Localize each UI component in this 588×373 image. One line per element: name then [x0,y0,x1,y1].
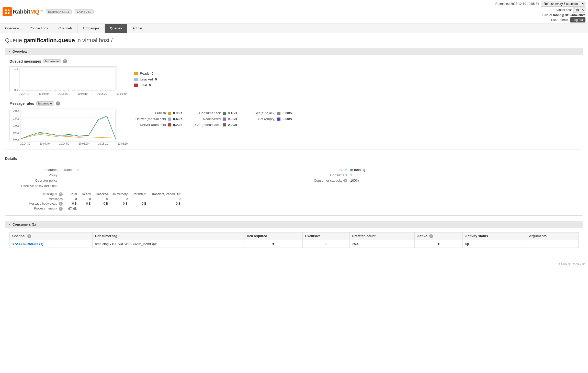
title-prefix: Queue [5,37,22,43]
queued-help-icon[interactable]: ? [63,59,67,63]
th-channel: Channel ? [10,232,93,240]
state-row: State running [299,167,579,172]
rates-chart-wrapper: 2.0 /s 1.5 /s 1.0 /s 0.5 /s 0.0 /s [9,109,128,145]
messages-help-icon[interactable]: ? [59,192,63,196]
title-suffix: in virtual host / [76,37,113,43]
cluster-label: Cluster [542,13,552,17]
rate-publish-label: Publish [135,111,166,115]
legend-ready-label: Ready [140,72,150,75]
messages-unacked: 0 [93,197,110,201]
consumer-capacity-value: 100% [350,179,359,182]
x-label-5: 10:05:30 [117,92,127,95]
last-minute-badge[interactable]: last minute [43,59,61,63]
watermark: CSDN @ZhangCurie [0,261,588,266]
rate-get-auto-ack-value: 0.00/s [282,111,292,115]
rate-get-empty-value: 0.00/s [282,117,292,121]
logout-button[interactable]: Log out [570,17,585,22]
process-memory-help[interactable]: ? [59,207,63,211]
refresh-row: Refreshed 2023-12-10 10:05:34 Refresh ev… [495,1,585,7]
rx-label-2: 10:04:50 [59,142,69,145]
rates-chart-svg: 2.0 /s 1.5 /s 1.0 /s 0.5 /s 0.0 /s [10,109,117,142]
ack-required-dot: ● [272,241,275,246]
process-memory-value: 67 kiB [66,206,79,211]
x-label-1: 10:04:50 [39,92,49,95]
overview-section-header[interactable]: ▼ Overview [5,48,583,55]
consumer-row-1: 172.17.0.1:58366 (1) amq.ctag-71uESUUWJS… [10,240,579,248]
consumer-exclusive: ○ [302,240,349,248]
messages-data-row: Messages 0 0 0 0 0 0 [9,197,183,201]
message-rates-badge[interactable]: last minute [36,101,54,106]
rx-label-3: 10:05:00 [79,142,89,145]
rates-chart-x-labels: 10:04:30 10:04:40 10:04:50 10:05:00 10:0… [20,142,128,145]
th-ready: Ready [79,192,93,197]
consumer-arguments [526,240,579,248]
legend-ready-color [134,72,138,75]
th-consumer-tag: Consumer tag [92,232,244,240]
rates-legend: Publish 0.00/s Consumer ack 0.40/s Get (… [135,109,292,127]
consumers-section-header[interactable]: ▼ Consumers (1) [5,221,583,228]
queued-chart-row: 1.0 0.0 10:04:40 10:04:50 10:05:00 [9,66,579,95]
navigation: Overview Connections Channels Exchanges … [0,24,588,33]
nav-queues[interactable]: Queues [105,24,128,33]
consumer-activity-status: up [462,240,526,248]
legend-total-label: Total [140,83,147,87]
rate-deliver-manual-value: 0.40/s [173,117,182,121]
rate-get-auto-ack-color [277,112,280,115]
bytes-inmemory: 0 B [110,201,130,206]
messages-table-header: Messages ? Total Ready Unacked In memory… [9,192,183,197]
rx-label-4: 10:05:10 [98,142,108,145]
queued-messages-label: Queued messages [9,59,41,63]
pm-empty-5 [149,206,183,211]
consumers-table-header-row: Channel ? Consumer tag Ack required Excl… [10,232,579,240]
features-row: Features durable: true [9,167,289,172]
message-rates-help-icon[interactable]: ? [56,101,60,106]
logo: RabbitMQTM [3,7,43,16]
messages-ready: 0 [79,197,93,201]
x-label-0: 10:04:40 [19,92,29,95]
consumer-channel-link[interactable]: 172.17.0.1:58366 (1) [12,242,43,246]
legend-ready: Ready 0 [134,72,157,75]
main-content: Queue gamification.queue in virtual host… [0,33,588,261]
nav-admin[interactable]: Admin [127,24,147,33]
state-text: running [354,168,365,172]
rate-get-empty: Get (empty) 0.00/s [245,117,292,121]
svg-text:1.5 /s: 1.5 /s [13,117,19,120]
consumer-channel: 172.17.0.1:58366 (1) [10,240,93,248]
bytes-transient: 0 B [149,201,183,206]
top-bar-right: Refreshed 2023-12-10 10:05:34 Refresh ev… [495,1,585,22]
rx-label-1: 10:04:40 [40,142,50,145]
rate-get-auto-ack-label: Get (auto ack) [245,111,275,115]
vhost-row: Virtual host All / [556,7,585,13]
active-help-icon[interactable]: ? [429,234,433,238]
overview-section-body: Queued messages last minute ? 1.0 0.0 [5,55,583,149]
erlang-version: Erlang 24.2 [75,9,94,14]
queued-chart: 1.0 0.0 [9,66,117,92]
operator-policy-row: Operator policy [9,178,289,183]
pm-empty-3 [110,206,130,211]
message-rates-label: Message rates [9,101,34,106]
nav-overview[interactable]: Overview [0,24,24,33]
features-value: durable: true [61,168,79,172]
rate-consumer-ack-value: 0.40/s [228,111,237,115]
logo-icon [3,7,12,16]
th-persistent: Persistent [130,192,149,197]
page-title: Queue gamification.queue in virtual host… [5,37,583,44]
messages-persistent: 0 [130,197,149,201]
nav-channels[interactable]: Channels [53,24,78,33]
consumer-prefetch: 250 [349,240,414,248]
legend-total-value: 0 [149,83,151,87]
rate-consumer-ack: Consumer ack 0.40/s [190,111,237,115]
rate-get-empty-label: Get (empty) [245,117,275,121]
legend-total: Total 0 [134,83,157,87]
vhost-select[interactable]: All / [573,7,585,13]
nav-connections[interactable]: Connections [24,24,53,33]
rate-get-manual: Get (manual ack) 0.00/s [190,123,237,127]
message-bytes-help[interactable]: ? [59,202,63,206]
policy-label: Policy [9,173,61,177]
channel-help-icon[interactable]: ? [27,234,31,238]
state-label: State [299,168,350,172]
refresh-select[interactable]: Refresh every 5 seconds Refresh every 10… [541,1,585,7]
nav-exchanges[interactable]: Exchanges [78,24,105,33]
consumer-capacity-help[interactable]: ? [343,179,347,182]
details-left: Features durable: true Policy Operator p… [9,167,289,189]
